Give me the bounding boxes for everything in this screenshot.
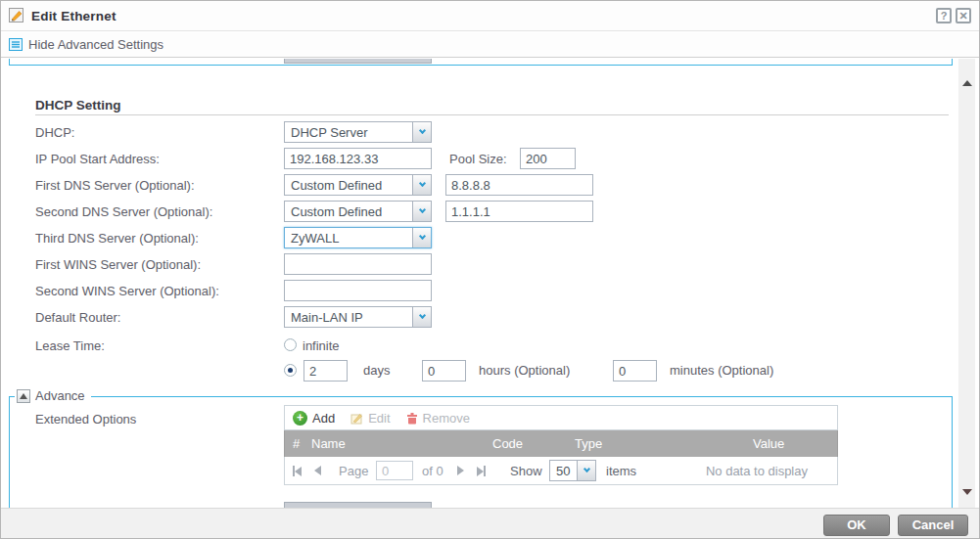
- extended-options-label: Extended Options: [35, 412, 136, 427]
- lease-days-input[interactable]: [303, 360, 348, 382]
- subheader: Hide Advanced Settings: [1, 32, 979, 58]
- vertical-scrollbar[interactable]: [958, 59, 975, 508]
- items-label: items: [606, 464, 636, 478]
- next-page-icon[interactable]: [457, 466, 464, 475]
- first-dns-select[interactable]: Custom Defined: [284, 174, 432, 196]
- page-size-select[interactable]: 50: [549, 460, 596, 481]
- second-wins-input[interactable]: [284, 280, 432, 301]
- trash-icon: [406, 412, 418, 425]
- cancel-button[interactable]: Cancel: [898, 515, 968, 536]
- dhcp-select[interactable]: DHCP Server: [284, 121, 432, 143]
- remove-button[interactable]: Remove: [406, 411, 470, 426]
- second-dns-label: Second DNS Server (Optional):: [35, 204, 212, 219]
- hide-advanced-settings-link[interactable]: Hide Advanced Settings: [28, 37, 163, 52]
- lease-time-label: Lease Time:: [35, 338, 105, 353]
- third-dns-select[interactable]: ZyWALL: [284, 227, 432, 248]
- first-wins-label: First WINS Server (Optional):: [35, 257, 201, 272]
- lease-hours-input[interactable]: [422, 360, 466, 382]
- first-page-icon[interactable]: [293, 466, 302, 476]
- edit-pencil-icon: [9, 8, 24, 23]
- close-button[interactable]: ✕: [956, 8, 971, 23]
- lease-minutes-input[interactable]: [613, 360, 657, 382]
- chevron-down-icon: [412, 175, 431, 195]
- dialog-content: DHCP Setting DHCP: DHCP Server IP Pool S…: [1, 59, 980, 508]
- dhcp-label: DHCP:: [35, 125, 74, 140]
- col-value: Value: [753, 436, 784, 451]
- pool-size-label: Pool Size:: [449, 152, 507, 166]
- dhcp-section-title: DHCP Setting: [35, 98, 121, 112]
- clipped-section-box: [9, 59, 953, 66]
- page-label: Page: [339, 464, 368, 478]
- add-plus-icon: +: [293, 411, 307, 426]
- second-dns-ip-input[interactable]: [445, 201, 593, 222]
- titlebar: Edit Ethernet ? ✕: [1, 1, 979, 31]
- table-header: # Name Code Type Value: [284, 430, 838, 457]
- triangle-up-icon: [20, 393, 27, 399]
- show-label: Show: [510, 464, 542, 478]
- ip-pool-label: IP Pool Start Address:: [35, 152, 160, 166]
- page-input[interactable]: [376, 461, 413, 480]
- col-name: Name: [311, 436, 346, 451]
- col-type: Type: [575, 436, 602, 451]
- empty-table-message: No data to display: [706, 464, 808, 478]
- third-dns-label: Third DNS Server (Optional):: [35, 231, 199, 246]
- lease-days-label: days: [363, 363, 390, 378]
- edit-ethernet-dialog: Edit Ethernet ? ✕ Hide Advanced Settings…: [0, 0, 980, 539]
- first-dns-label: First DNS Server (Optional):: [35, 178, 195, 193]
- clipped-control-top: [284, 59, 432, 64]
- col-number: #: [293, 436, 300, 451]
- pool-size-input[interactable]: [520, 148, 576, 169]
- ok-button[interactable]: OK: [823, 515, 890, 536]
- advance-legend: Advance: [15, 388, 91, 403]
- last-page-icon[interactable]: [477, 466, 486, 476]
- lease-infinite-label: infinite: [303, 338, 340, 353]
- second-wins-label: Second WINS Server (Optional):: [35, 284, 219, 298]
- chevron-down-icon: [412, 307, 431, 327]
- collapse-button[interactable]: [17, 389, 30, 403]
- lease-hours-label: hours (Optional): [479, 363, 570, 378]
- first-wins-input[interactable]: [284, 253, 432, 275]
- add-button[interactable]: + Add: [293, 411, 335, 426]
- default-router-select[interactable]: Main-LAN IP: [284, 306, 432, 328]
- page-of-label: of 0: [422, 464, 443, 478]
- second-dns-select[interactable]: Custom Defined: [284, 201, 432, 222]
- section-divider: [35, 114, 949, 115]
- default-router-label: Default Router:: [35, 310, 120, 325]
- first-dns-ip-input[interactable]: [445, 174, 593, 196]
- chevron-down-icon: [412, 202, 431, 221]
- edit-button[interactable]: Edit: [350, 411, 390, 426]
- extended-options-table: + Add Edit Remove: [284, 405, 838, 485]
- scroll-down-icon[interactable]: [962, 489, 972, 495]
- dialog-title: Edit Ethernet: [31, 9, 117, 23]
- chevron-down-icon: [412, 228, 431, 247]
- lease-minutes-label: minutes (Optional): [670, 363, 773, 378]
- chevron-down-icon: [412, 122, 431, 142]
- table-toolbar: + Add Edit Remove: [284, 405, 838, 430]
- dialog-footer: OK Cancel: [1, 508, 979, 539]
- prev-page-icon[interactable]: [314, 466, 321, 475]
- lease-infinite-radio[interactable]: [284, 338, 297, 351]
- edit-pencil-icon: [350, 412, 363, 425]
- table-pager: Page of 0 Show 50 items No data to displ…: [284, 457, 838, 485]
- list-icon: [9, 38, 23, 51]
- col-code: Code: [492, 436, 523, 451]
- ip-pool-input[interactable]: [284, 148, 432, 169]
- chevron-down-icon: [577, 461, 595, 480]
- help-button[interactable]: ?: [936, 8, 952, 23]
- lease-custom-radio[interactable]: [284, 364, 297, 377]
- scroll-up-icon[interactable]: [962, 80, 972, 86]
